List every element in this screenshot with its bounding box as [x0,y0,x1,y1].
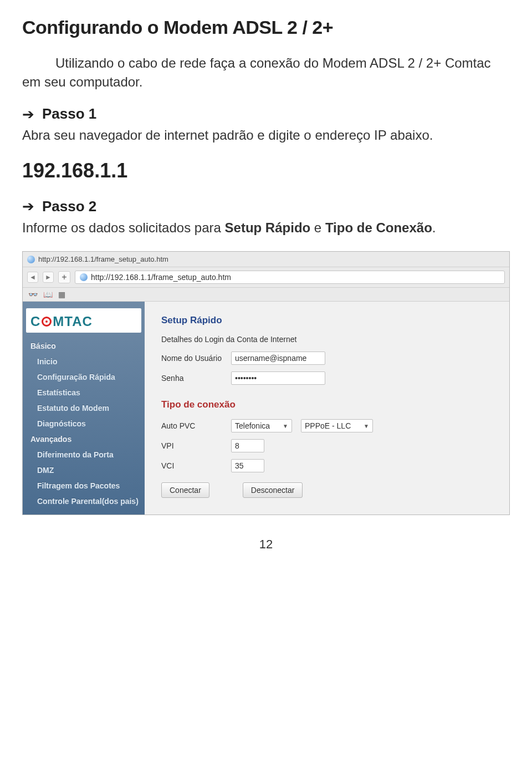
logo-text-pre: C [30,314,40,329]
glasses-icon[interactable]: 👓 [28,290,38,299]
sidebar-item-8[interactable]: DMZ [23,462,145,478]
browser-screenshot: http://192.168.1.1/frame_setup_auto.htm … [22,251,510,515]
disconnect-button[interactable]: Desconectar [243,482,303,498]
sidebar-item-5[interactable]: Diagnósticos [23,416,145,431]
protocol-select-value: PPPoE - LLC [305,421,351,430]
globe-icon [27,256,35,263]
autopvc-row: Auto PVC Telefonica ▼ PPPoE - LLC ▼ [161,419,498,432]
new-tab-button[interactable]: + [58,271,70,283]
step-2-header: ➔ Passo 2 [22,198,510,215]
sidebar-item-3[interactable]: Estatísticas [23,385,145,400]
sidebar-item-10[interactable]: Controle Parental(dos pais) [23,493,145,509]
password-label: Senha [161,374,222,383]
vci-label: VCI [161,461,222,471]
sidebar-item-1[interactable]: Inicio [23,354,145,369]
username-label: Nome do Usuário [161,354,222,363]
step-2-bold-1: Setup Rápido [225,220,311,235]
username-field[interactable]: username@ispname [231,352,325,365]
button-row: Conectar Desconectar [161,482,498,498]
autopvc-label: Auto PVC [161,421,222,431]
page-number: 12 [22,537,510,552]
password-row: Senha •••••••• [161,371,498,385]
globe-icon [80,273,88,281]
step-2-label: Passo 2 [42,198,96,215]
comtac-logo: C MTAC [26,308,141,333]
step-1-header: ➔ Passo 1 [22,105,510,123]
vpi-field[interactable]: 8 [231,439,264,452]
provider-select[interactable]: Telefonica ▼ [231,419,292,432]
step-1-label: Passo 1 [42,105,96,123]
ip-address: 192.168.1.1 [22,159,510,182]
username-row: Nome do Usuário username@ispname [161,352,498,365]
step-2-text-after: . [432,220,436,235]
password-field[interactable]: •••••••• [231,371,325,385]
tipo-conexao-heading: Tipo de conexão [161,399,498,410]
browser-toolbar-icons: 👓 📖 ▦ [23,288,509,302]
vpi-label: VPI [161,441,222,451]
vpi-row: VPI 8 [161,439,498,452]
setup-rapido-subheading: Detalhes do Login da Conta de Internet [161,335,498,344]
provider-select-value: Telefonica [235,421,270,430]
browser-tab-label[interactable]: http://192.168.1.1/frame_setup_auto.htm [38,255,168,263]
page-title: Configurando o Modem ADSL 2 / 2+ [22,17,510,38]
step-2-text-mid: e [310,220,325,235]
arrow-right-icon: ➔ [22,107,34,121]
grid-icon[interactable]: ▦ [58,290,65,299]
chevron-down-icon: ▼ [364,423,369,429]
vci-field[interactable]: 35 [231,459,264,472]
sidebar-item-2[interactable]: Configuração Rápida [23,369,145,385]
address-bar-text: http://192.168.1.1/frame_setup_auto.htm [91,273,231,282]
book-icon[interactable]: 📖 [43,290,53,299]
router-sidebar: C MTAC BásicoInicioConfiguração RápidaEs… [23,302,145,515]
sidebar-item-7[interactable]: Diferimento da Porta [23,447,145,462]
logo-text-post: MTAC [53,314,93,329]
setup-rapido-heading: Setup Rápido [161,315,498,326]
address-bar[interactable]: http://192.168.1.1/frame_setup_auto.htm [75,271,505,284]
chevron-down-icon: ▼ [283,423,288,429]
step-2-text: Informe os dados solicitados para [22,220,225,235]
step-2-bold-2: Tipo de Conexão [325,220,432,235]
target-icon [42,317,52,327]
arrow-right-icon: ➔ [22,199,34,213]
sidebar-item-0[interactable]: Básico [23,338,145,354]
vci-row: VCI 35 [161,459,498,472]
sidebar-item-6[interactable]: Avançados [23,431,145,447]
intro-paragraph: Utilizando o cabo de rede faça a conexão… [22,54,510,91]
browser-tab-bar: http://192.168.1.1/frame_setup_auto.htm [23,252,509,267]
browser-address-row: ◄ ► + http://192.168.1.1/frame_setup_aut… [23,267,509,288]
router-main-panel: Setup Rápido Detalhes do Login da Conta … [145,302,509,515]
sidebar-item-4[interactable]: Estatuto do Modem [23,400,145,416]
step-2-description: Informe os dados solicitados para Setup … [22,218,510,237]
back-button[interactable]: ◄ [27,272,38,283]
protocol-select[interactable]: PPPoE - LLC ▼ [301,419,373,432]
connect-button[interactable]: Conectar [161,482,209,498]
forward-button[interactable]: ► [43,272,54,283]
sidebar-item-9[interactable]: Filtragem dos Pacotes [23,478,145,493]
step-1-description: Abra seu navegador de internet padrão e … [22,126,510,145]
